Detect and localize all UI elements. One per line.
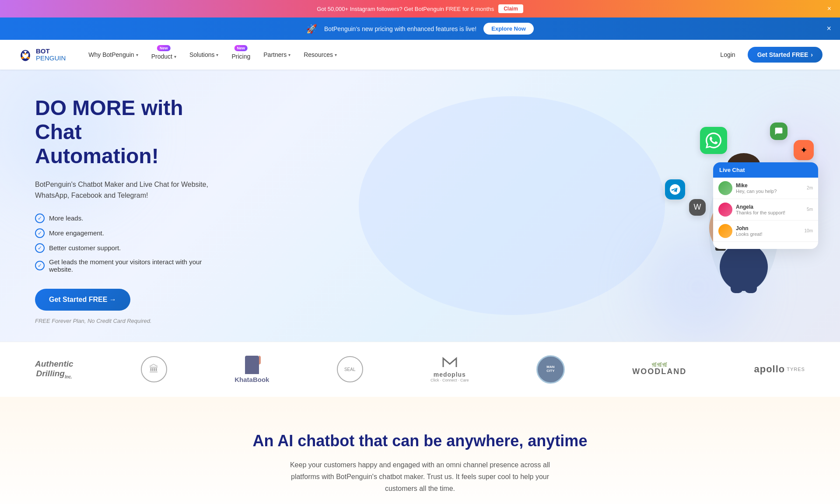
explore-now-button[interactable]: Explore Now	[483, 23, 534, 35]
chat-card-footer	[713, 242, 818, 249]
top-announcement-bar: Got 50,000+ Instagram followers? Get Bot…	[0, 0, 840, 18]
login-button[interactable]: Login	[715, 48, 740, 62]
main-navigation: BOTPENGUIN Why BotPenguin ▾ New Product …	[0, 40, 840, 70]
logo-apollo: apollo TYRES	[754, 364, 805, 375]
medoplus-text: medoplus	[430, 371, 469, 378]
check-icon-4: ✓	[35, 261, 45, 270]
nav-item-product[interactable]: New Product ▾	[146, 46, 182, 63]
nav-item-partners[interactable]: Partners ▾	[258, 48, 296, 62]
top-bar-text: Got 50,000+ Instagram followers? Get Bot…	[317, 6, 494, 12]
chat-row-3: John Looks great! 10m	[713, 220, 818, 242]
trusted-logos-section: Authentic DrillingInc. 🏛 KhataBook SEAL …	[0, 342, 840, 397]
logo-manchester-city: MANCITY	[536, 355, 565, 384]
medoplus-icon	[441, 356, 458, 369]
feature-item-1: ✓ More leads.	[35, 214, 210, 223]
apollo-text: apollo	[754, 364, 785, 375]
chevron-down-icon: ▾	[174, 54, 176, 59]
hero-cta-button[interactable]: Get Started FREE →	[35, 289, 130, 311]
chat-card: Live Chat Mike Hey, can you help? 2m Ang…	[713, 162, 818, 249]
chevron-down-icon: ▾	[335, 52, 337, 57]
feature-item-3: ✓ Better customer support.	[35, 243, 210, 253]
chat-info-2: Angela Thanks for the support!	[736, 204, 803, 215]
telegram-float-icon	[665, 179, 685, 200]
hero-subtitle: BotPenguin's Chatbot Maker and Live Chat…	[35, 179, 210, 201]
logo-woodland: 🌿🌿🌿 WOODLAND	[632, 362, 686, 376]
hero-content: DO MORE with Chat Automation! BotPenguin…	[0, 96, 245, 324]
logo-arabic: 🏛	[141, 356, 167, 382]
rocket-icon: 🚀	[306, 24, 317, 34]
nav-item-pricing[interactable]: New Pricing	[226, 46, 256, 63]
chat-time-3: 10m	[805, 228, 813, 233]
chat-info-1: Mike Hey, can you help?	[736, 182, 803, 194]
hero-free-note: FREE Forever Plan, No Credit Card Requir…	[35, 318, 210, 324]
chevron-down-icon: ▾	[216, 52, 218, 57]
logo-link[interactable]: BOTPENGUIN	[18, 47, 66, 63]
check-icon-2: ✓	[35, 228, 45, 238]
chat-row-1: Mike Hey, can you help? 2m	[713, 178, 818, 199]
hero-visual: ✦ W Live Chat Mike Hey, can you help? 2m…	[604, 114, 822, 298]
svg-rect-15	[745, 276, 757, 293]
get-started-nav-button[interactable]: Get Started FREE ›	[748, 47, 822, 63]
feature-item-2: ✓ More engagement.	[35, 228, 210, 238]
penguin-logo-icon	[18, 47, 33, 63]
check-icon-1: ✓	[35, 214, 45, 223]
claim-button[interactable]: Claim	[498, 4, 523, 13]
pricing-new-badge: New	[234, 45, 248, 51]
chat-info-3: John Looks great!	[736, 225, 801, 237]
chat-time-1: 2m	[807, 186, 813, 190]
second-announcement-bar: 🚀 BotPenguin's new pricing with enhanced…	[0, 18, 840, 40]
chat-time-2: 5m	[807, 207, 813, 212]
logo-seal: SEAL	[337, 356, 363, 382]
khatabook-text: KhataBook	[234, 376, 269, 383]
hero-title: DO MORE with Chat Automation!	[35, 96, 210, 168]
second-bar-text: BotPenguin's new pricing with enhanced f…	[324, 25, 476, 32]
nav-item-solutions[interactable]: Solutions ▾	[184, 48, 224, 62]
hero-features-list: ✓ More leads. ✓ More engagement. ✓ Bette…	[35, 214, 210, 273]
hero-section: DO MORE with Chat Automation! BotPenguin…	[0, 70, 840, 342]
chat-row-2: Angela Thanks for the support! 5m	[713, 199, 818, 220]
second-bar-close[interactable]: ×	[826, 24, 831, 33]
chat-float-icon	[770, 122, 788, 140]
chat-card-header: Live Chat	[713, 162, 818, 178]
feature-item-4: ✓ Get leads the moment your visitors int…	[35, 258, 210, 273]
product-new-badge: New	[157, 45, 171, 51]
nav-links: Why BotPenguin ▾ New Product ▾ Solutions…	[83, 46, 715, 63]
nav-item-resources[interactable]: Resources ▾	[298, 48, 342, 62]
chat-avatar-1	[718, 181, 732, 195]
chevron-down-icon: ▾	[136, 52, 138, 57]
bottom-subtitle: Keep your customers happy and engaged wi…	[289, 459, 551, 495]
authentic-drilling-text: Authentic	[35, 359, 74, 369]
check-icon-3: ✓	[35, 243, 45, 253]
nav-item-why[interactable]: Why BotPenguin ▾	[83, 48, 143, 62]
svg-rect-14	[731, 276, 743, 293]
logo-medoplus: medoplus Click · Connect · Care	[430, 356, 469, 382]
bottom-section: An AI chatbot that can be anywhere, anyt…	[0, 397, 840, 504]
logo-authentic-drilling: Authentic DrillingInc.	[35, 359, 74, 379]
nav-actions: Login Get Started FREE ›	[715, 47, 822, 63]
top-bar-close[interactable]: ×	[827, 5, 831, 13]
logo-khatabook: KhataBook	[234, 356, 269, 383]
arrow-icon: ›	[811, 51, 813, 58]
manchester-text: MANCITY	[546, 365, 554, 373]
bottom-title: An AI chatbot that can be anywhere, anyt…	[18, 432, 822, 450]
svg-point-13	[720, 243, 768, 291]
chevron-down-icon: ▾	[288, 52, 290, 57]
woodland-text: WOODLAND	[632, 367, 686, 376]
orange-app-float-icon: ✦	[794, 140, 814, 160]
chat-avatar-3	[718, 224, 732, 238]
svg-point-4	[24, 53, 26, 55]
chat-avatar-2	[718, 203, 732, 217]
logo-text: BOTPENGUIN	[36, 48, 66, 62]
